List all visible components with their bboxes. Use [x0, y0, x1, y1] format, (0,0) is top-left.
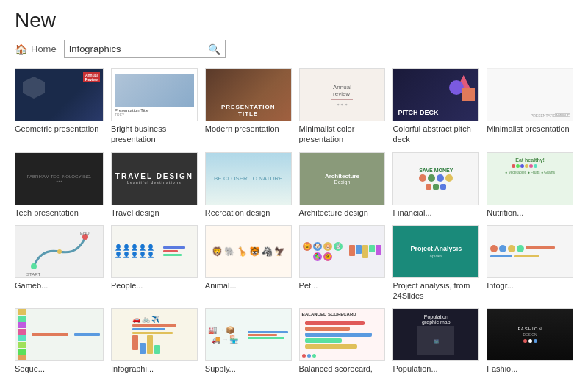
- template-thumb-gameb: START END: [15, 225, 104, 278]
- search-button[interactable]: 🔍: [204, 41, 225, 57]
- home-icon: 🏠: [15, 43, 27, 55]
- template-label-people: People...: [111, 280, 198, 291]
- template-thumb-recreation: BE CLOSER TO NATURE: [205, 152, 292, 205]
- svg-point-0: [31, 263, 37, 269]
- template-thumb-project: Project Analysis apides: [392, 225, 479, 278]
- template-thumb-supply: 🏭 → 📦 → 🚚 → 🏪: [205, 308, 292, 361]
- template-thumb-nutrition: Eat healthy! ● Vegetables ● Fruits ● Gra…: [487, 152, 573, 205]
- template-thumb-pet: 🐱 🐶 🐹 🐰 🦜 🐠: [299, 225, 386, 278]
- template-item-infogr[interactable]: Infogr...: [487, 225, 573, 302]
- template-item-pet[interactable]: 🐱 🐶 🐹 🐰 🦜 🐠 Pet...: [299, 225, 386, 302]
- template-thumb-architecture: Architecture Design: [299, 152, 386, 205]
- template-item-recreation[interactable]: BE CLOSER TO NATURE Recreation design: [205, 152, 292, 218]
- template-thumb-infogr: [487, 225, 573, 278]
- template-item-seque[interactable]: Seque...: [15, 308, 104, 373]
- template-thumb-seque: [15, 308, 104, 361]
- template-thumb-minimalist-pres: PRESENTATION TITLE: [487, 68, 573, 121]
- template-item-modern[interactable]: PRESENTATIONTITLE Modern presentation: [205, 68, 292, 145]
- template-label-minimalist-color: Minimalist color presentation: [299, 124, 386, 145]
- template-item-bright[interactable]: Presentation Title TREY Bright business …: [111, 68, 198, 145]
- population-map: 🗺️: [417, 326, 454, 355]
- template-label-gameb: Gameb...: [15, 280, 104, 291]
- template-label-seque: Seque...: [15, 363, 104, 373]
- template-item-infographi[interactable]: 🚗 🚲 ✈️ Infographi...: [111, 308, 198, 373]
- search-icon: 🔍: [208, 43, 220, 55]
- template-item-geometric[interactable]: AnnualReview Geometric presentation: [15, 68, 104, 145]
- template-label-fashion: Fashio...: [487, 363, 573, 373]
- financial-icons: SAVE MONEY: [419, 168, 453, 190]
- pitch-title-text: PITCH DECK: [398, 109, 438, 116]
- template-item-pitch[interactable]: PITCH DECK Colorful abstract pitch deck: [392, 68, 479, 145]
- pitch-shape-3: [462, 88, 475, 101]
- template-item-balanced[interactable]: BALANCED SCORECARD Balanced sc: [299, 308, 386, 373]
- template-item-architecture[interactable]: Architecture Design Architecture design: [299, 152, 386, 218]
- template-label-modern: Modern presentation: [205, 124, 292, 134]
- home-label: Home: [31, 43, 57, 54]
- template-item-gameb[interactable]: START END Gameb...: [15, 225, 104, 302]
- template-label-infogr: Infogr...: [487, 280, 573, 291]
- project-sub-text: apides: [429, 254, 442, 258]
- search-input[interactable]: [65, 40, 204, 57]
- search-bar: 🏠 Home 🔍: [15, 40, 573, 58]
- template-thumb-fashion: FASHION DESIGN: [487, 308, 573, 361]
- svg-point-1: [57, 249, 62, 254]
- template-label-tech: Tech presentation: [15, 207, 104, 218]
- home-link[interactable]: 🏠 Home: [15, 43, 57, 55]
- template-item-minimalist-color[interactable]: Annualreview ✦ ✦ ✦ Minimalist color pres…: [299, 68, 386, 145]
- template-thumb-population: Populationgraphic map 🗺️: [392, 308, 479, 361]
- modern-overlay-text: PRESENTATIONTITLE: [221, 104, 275, 117]
- template-label-minimalist-pres: Minimalist presentation: [487, 124, 573, 134]
- svg-text:END: END: [80, 231, 90, 235]
- template-thumb-tech: FABRIKAM TECHNOLOGY INC.●●●: [15, 152, 104, 205]
- supply-icons: 🏭 → 📦 → 🚚 → 🏪: [206, 324, 245, 346]
- template-thumb-balanced: BALANCED SCORECARD: [299, 308, 386, 361]
- template-item-travel[interactable]: TRAVEL DESIGN beautiful destinations Tra…: [111, 152, 198, 218]
- template-label-population: Population...: [392, 363, 479, 373]
- template-label-financial: Financial...: [392, 207, 479, 218]
- annual-badge: AnnualReview: [83, 72, 100, 82]
- template-thumb-geometric: AnnualReview: [15, 68, 104, 121]
- template-item-minimalist-pres[interactable]: PRESENTATION TITLE Minimalist presentati…: [487, 68, 573, 145]
- svg-text:START: START: [26, 272, 40, 277]
- template-item-nutrition[interactable]: Eat healthy! ● Vegetables ● Fruits ● Gra…: [487, 152, 573, 218]
- template-thumb-infographi: 🚗 🚲 ✈️: [111, 308, 198, 361]
- template-item-fashion[interactable]: FASHION DESIGN Fashio...: [487, 308, 573, 373]
- template-thumb-travel: TRAVEL DESIGN beautiful destinations: [111, 152, 198, 205]
- scorecard-bars: [302, 318, 383, 352]
- template-label-pitch: Colorful abstract pitch deck: [392, 124, 479, 145]
- page-title: New: [15, 9, 573, 32]
- template-thumb-animal: 🦁 🐘 🦒 🐯 🦓 🦅: [205, 225, 292, 278]
- template-thumb-minimalist-color: Annualreview ✦ ✦ ✦: [299, 68, 386, 121]
- template-thumb-pitch: PITCH DECK: [392, 68, 479, 121]
- template-item-people[interactable]: 👤 👤 👤 👤 👤 👤 👤 👤 👤 👤 People.: [111, 225, 198, 302]
- template-thumb-financial: SAVE MONEY: [392, 152, 479, 205]
- animal-icons: 🦁 🐘 🦒 🐯 🦓 🦅: [209, 244, 288, 260]
- template-label-architecture: Architecture design: [299, 207, 386, 218]
- template-label-geometric: Geometric presentation: [15, 124, 104, 134]
- template-item-financial[interactable]: SAVE MONEY Financial...: [392, 152, 479, 218]
- template-item-supply[interactable]: 🏭 → 📦 → 🚚 → 🏪 Supply...: [205, 308, 292, 373]
- template-label-travel: Travel design: [111, 207, 198, 218]
- template-label-balanced: Balanced scorecard, from 24Slides: [299, 363, 386, 373]
- page-container: New 🏠 Home 🔍 AnnualReview Geometric pres…: [0, 0, 588, 373]
- search-input-wrapper: 🔍: [64, 40, 226, 58]
- template-label-bright: Bright business presentation: [111, 124, 198, 145]
- fashion-content: FASHION DESIGN: [487, 309, 573, 360]
- template-thumb-bright: Presentation Title TREY: [111, 68, 198, 121]
- infographi-content: 🚗 🚲 ✈️: [130, 313, 179, 356]
- template-item-animal[interactable]: 🦁 🐘 🦒 🐯 🦓 🦅 Animal...: [205, 225, 292, 302]
- template-item-population[interactable]: Populationgraphic map 🗺️ Population...: [392, 308, 479, 373]
- template-item-project[interactable]: Project Analysis apides Project analysis…: [392, 225, 479, 302]
- template-item-tech[interactable]: FABRIKAM TECHNOLOGY INC.●●● Tech present…: [15, 152, 104, 218]
- template-thumb-people: 👤 👤 👤 👤 👤 👤 👤 👤 👤 👤: [111, 225, 198, 278]
- project-title-text: Project Analysis: [410, 245, 462, 252]
- template-label-nutrition: Nutrition...: [487, 207, 573, 218]
- template-label-animal: Animal...: [205, 280, 292, 291]
- nav-lines: [555, 113, 570, 118]
- people-row: 👤 👤 👤 👤 👤 👤 👤 👤 👤 👤: [112, 241, 160, 261]
- template-label-infographi: Infographi...: [111, 363, 198, 373]
- templates-grid: AnnualReview Geometric presentation Pres…: [15, 68, 573, 373]
- template-label-recreation: Recreation design: [205, 207, 292, 218]
- template-thumb-modern: PRESENTATIONTITLE: [205, 68, 292, 121]
- template-label-pet: Pet...: [299, 280, 386, 291]
